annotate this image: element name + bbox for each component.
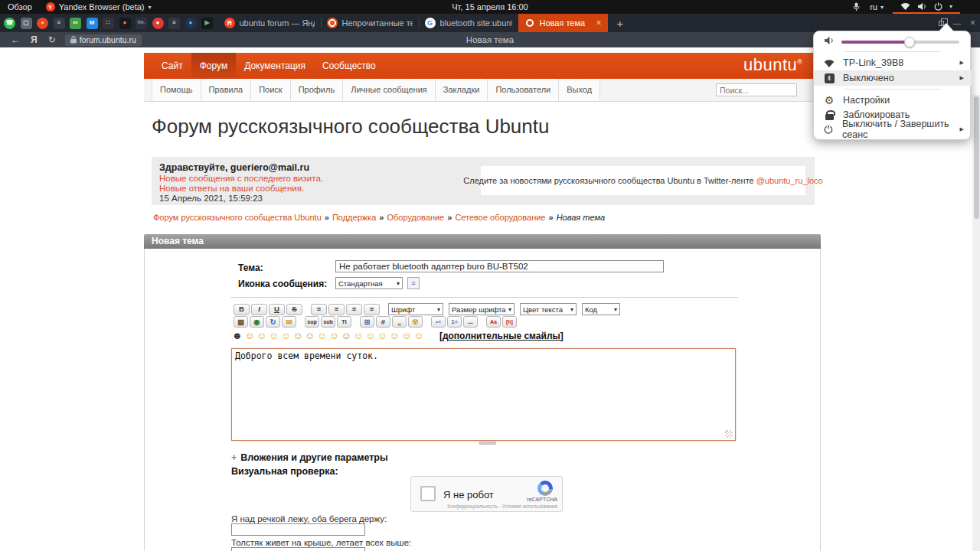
pinned-tab-icon-13[interactable]: ▶ [201, 18, 213, 29]
pinned-tab-icon-3[interactable]: ● [37, 18, 48, 29]
pinned-tab-icon-8[interactable]: ● [119, 18, 131, 29]
bluetooth-menu-item[interactable]: Выключено ▶ [814, 70, 972, 86]
refresh-button[interactable]: ↻ [48, 34, 56, 45]
bold-button[interactable]: B [234, 304, 250, 315]
highlight-button[interactable]: [h] [502, 316, 517, 328]
new-replies-link[interactable]: Новые ответы на ваши сообщения. [159, 184, 304, 193]
insert-link-button[interactable]: ◉ [250, 316, 264, 328]
system-tray-menu[interactable]: ▾ [893, 0, 960, 14]
breadcrumb-link[interactable]: Форум русскоязычного сообщества Ubuntu [153, 213, 322, 222]
pinned-tab-icon-1[interactable]: ☎ [4, 18, 15, 29]
site-nav-2[interactable]: Форум [191, 53, 236, 79]
smiley-grin[interactable]: ☺ [244, 330, 254, 341]
user-nav-7[interactable]: Пользователи [488, 79, 559, 101]
bulleted-list-button[interactable]: •≡ [431, 316, 446, 328]
site-nav-1[interactable]: Сайт [153, 53, 191, 79]
twitter-handle-link[interactable]: @ubuntu_ru_loco [756, 176, 823, 185]
strikethrough-button[interactable]: S [286, 304, 302, 315]
pinned-tab-icon-4[interactable]: ≡ [54, 18, 65, 29]
subscript-button[interactable]: sub [321, 316, 335, 328]
justify-button[interactable]: ≡ [364, 304, 380, 315]
captcha-checkbox[interactable] [420, 486, 436, 501]
textarea-drag-handle[interactable] [479, 442, 496, 445]
back-button[interactable]: ← [11, 34, 20, 45]
pinned-tab-icon-10[interactable]: ● [152, 18, 164, 29]
smiley-cheesy[interactable]: ☺ [256, 330, 266, 341]
smiley-tongue[interactable]: ☺ [317, 330, 327, 341]
smiley-cry[interactable]: ☺ [413, 330, 423, 341]
smiley-angry[interactable]: ☺ [377, 330, 387, 341]
insert-email-button[interactable]: ✉ [282, 316, 296, 328]
smiley-rolleyes[interactable]: ☺ [401, 330, 411, 341]
teletype-button[interactable]: Tt [337, 316, 351, 328]
align-right-button[interactable]: ≡ [346, 304, 362, 315]
smiley-sad[interactable]: ☺ [365, 330, 375, 341]
select-цвет-текста[interactable]: Цвет текста▾ [520, 303, 577, 315]
smiley-smiley-2[interactable]: ☺ [281, 330, 291, 341]
wifi-menu-item[interactable]: TP-Link_39B8 ▶ [814, 55, 972, 70]
insert-table-button[interactable]: ⊞ [360, 316, 374, 328]
italic-button[interactable]: I [251, 304, 267, 315]
align-left-button[interactable]: ≡ [311, 304, 327, 315]
minimize-window-button[interactable]: — [953, 19, 961, 28]
tab-1[interactable]: Яubuntu forum — Яндекс: н [218, 14, 321, 32]
message-icon-select[interactable]: Стандартная ▾ [335, 277, 403, 289]
volume-slider-knob[interactable] [904, 37, 915, 47]
insert-quote-button[interactable]: „ [392, 316, 407, 328]
keyboard-layout-indicator[interactable]: ru [870, 2, 877, 11]
app-menu-button[interactable]: Y Yandex Browser (beta) ▾ [40, 0, 158, 14]
pinned-tab-icon-12[interactable]: ● [185, 18, 197, 29]
smiley-cool-wide[interactable]: ☺ [305, 330, 315, 341]
glossary-button[interactable]: Aa [486, 316, 501, 328]
new-messages-link[interactable]: Новые сообщения с последнего визита. [159, 174, 323, 183]
site-nav-4[interactable]: Сообщество [314, 53, 384, 79]
smiley-smiley[interactable]: ☺ [269, 330, 279, 341]
select-шрифт[interactable]: Шрифт▾ [388, 303, 443, 315]
textarea-resize-grip[interactable] [725, 430, 733, 438]
insert-code-button[interactable]: # [376, 316, 390, 328]
insert-flash-button[interactable]: ☢ [408, 316, 423, 328]
pinned-tab-icon-5[interactable]: кп [70, 18, 81, 29]
settings-menu-item[interactable]: ⚙ Настройки [814, 93, 972, 108]
tab-4[interactable]: Новая тема× [518, 14, 608, 32]
pinned-tab-icon-9[interactable]: ПА. [136, 18, 147, 29]
message-textarea[interactable]: Доброго всем времени суток. [231, 348, 736, 441]
forum-search-input[interactable] [716, 83, 797, 96]
user-nav-8[interactable]: Выход [559, 79, 600, 101]
verification-answer-1-input[interactable] [231, 523, 365, 536]
horizontal-rule-button[interactable]: ↔ [463, 316, 478, 328]
page-scrollbar[interactable] [972, 95, 980, 551]
smiley-embarrassed[interactable]: ☺ [341, 330, 351, 341]
underline-button[interactable]: U [269, 304, 285, 315]
new-tab-button[interactable]: + [617, 17, 624, 30]
pinned-tab-icon-11[interactable]: ≡ [168, 18, 180, 29]
user-nav-5[interactable]: Личные сообщения [343, 79, 436, 101]
user-nav-3[interactable]: Поиск [251, 79, 290, 101]
smiley-ninja-wink[interactable]: ☻ [232, 330, 243, 341]
close-tab-icon[interactable]: × [596, 18, 601, 28]
microphone-icon[interactable] [853, 2, 860, 11]
smiley-huh[interactable]: ☺ [329, 330, 339, 341]
scrollbar-thumb[interactable] [974, 96, 979, 219]
activities-button[interactable]: Обзор [0, 0, 40, 14]
user-nav-1[interactable]: Помощь [152, 79, 201, 101]
user-nav-6[interactable]: Закладки [436, 79, 488, 101]
pinned-tab-icon-6[interactable]: M [87, 18, 98, 29]
smiley-wink[interactable]: ☺ [353, 330, 363, 341]
insert-image-button[interactable]: ▦ [234, 316, 248, 328]
numbered-list-button[interactable]: 1≡ [447, 316, 462, 328]
smiley-cool[interactable]: ☺ [292, 330, 302, 341]
url-box[interactable]: forum.ubuntu.ru [65, 34, 142, 46]
yandex-home-button[interactable]: Я [31, 34, 38, 45]
volume-slider[interactable] [841, 41, 959, 44]
select-размер-шрифта[interactable]: Размер шрифта▾ [449, 303, 514, 315]
attachments-link[interactable]: Вложения и другие параметры [240, 452, 387, 463]
user-nav-4[interactable]: Профиль [291, 79, 344, 101]
pinned-tab-icon-2[interactable]: ▢ [21, 18, 32, 29]
more-smileys-link[interactable]: [дополнительные смайлы] [439, 331, 564, 341]
site-nav-3[interactable]: Документация [236, 53, 314, 79]
breadcrumb-link[interactable]: Поддержка [332, 213, 376, 222]
pinned-tab-icon-7[interactable]: ∷ [103, 18, 114, 29]
tab-3[interactable]: Gbluetooth site:ubuntu.ru - Г [419, 14, 518, 32]
smiley-dizzy[interactable]: ☺ [390, 330, 400, 341]
